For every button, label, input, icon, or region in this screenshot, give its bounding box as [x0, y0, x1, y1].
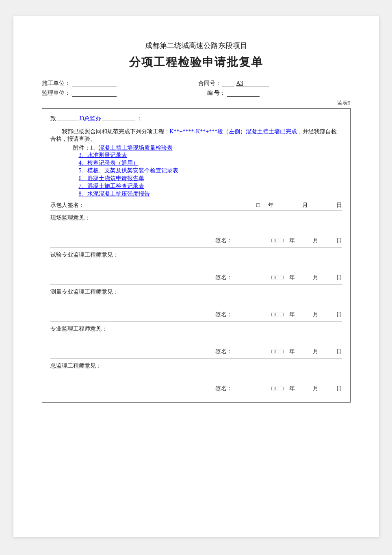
dots-2: □□□ [271, 311, 284, 318]
to-line: 致 J3总监办 ： [50, 115, 342, 122]
sign-row-0: 签名：□□□年月日 [50, 237, 342, 248]
attach-item-7: 8、水泥混凝土抗压强度报告 [79, 190, 342, 198]
编号-label: 编 号： [207, 89, 226, 97]
attach-item-6: 7、混凝土施工检查记录表 [79, 183, 342, 190]
ri-1: 日 [336, 274, 342, 281]
监理单位-value[interactable] [72, 96, 117, 97]
sections-container: 现场监理意见：签名：□□□年月日试验专业监理工程师意见：签名：□□□年月日测量专… [50, 211, 342, 396]
to-value: J3总监办 [79, 115, 101, 122]
施工单位-value[interactable] [72, 87, 117, 87]
施工单位-label: 施工单位： [42, 80, 70, 87]
main-content-box: 致 J3总监办 ： 我部已按照合同和规范完成下列分项工程：K**+****-K*… [42, 108, 351, 403]
sign-row-1: 签名：□□□年月日 [50, 274, 342, 285]
project-title: 成都第二绕城高速公路东段项目 [42, 41, 351, 50]
年1: 年 [268, 202, 274, 209]
section-4: 总监理工程师意见：签名：□□□年月日 [50, 359, 342, 396]
dots-0: □□□ [271, 237, 284, 244]
sign-label-4: 签名： [215, 385, 232, 392]
checkbox1: □ [256, 202, 260, 209]
监理单位-row: 监理单位： 编 号： [42, 89, 351, 97]
承包人签名-row: 承包人签名： □ 年 月 日 [50, 202, 342, 209]
合同号-value[interactable]: A3 [236, 80, 269, 87]
nian-2: 年 [289, 311, 295, 318]
yue-4: 月 [313, 385, 318, 392]
to-prefix: 致 [50, 115, 56, 122]
sign-label-3: 签名： [215, 348, 232, 355]
yue-0: 月 [313, 237, 318, 244]
sign-row-4: 签名：□□□年月日 [50, 385, 342, 396]
sign-label-1: 签名： [215, 274, 232, 281]
section-title-3: 专业监理工程师意见： [50, 325, 342, 333]
施工单位-row: 施工单位： 合同号： A3 [42, 80, 351, 87]
日1: 日 [336, 202, 342, 209]
合同号-label: 合同号： [198, 80, 221, 87]
yue-3: 月 [313, 348, 318, 355]
ri-0: 日 [336, 237, 342, 244]
biao-num: 监表9 [42, 99, 351, 107]
nian-4: 年 [289, 385, 295, 392]
nian-1: 年 [289, 274, 295, 281]
nian-3: 年 [289, 348, 295, 355]
section-1: 试验专业监理工程师意见：签名：□□□年月日 [50, 248, 342, 285]
section-0: 现场监理意见：签名：□□□年月日 [50, 211, 342, 248]
dots-4: □□□ [271, 385, 284, 392]
yue-1: 月 [313, 274, 318, 281]
section-3: 专业监理工程师意见：签名：□□□年月日 [50, 322, 342, 359]
intro1-prefix: 我部已按照合同和规范完成下列分项工程： [62, 128, 170, 135]
document-page: 成都第二绕城高速公路东段项目 分项工程检验申请批复单 施工单位： 合同号： A3… [13, 16, 379, 537]
section-title-2: 测量专业监理工程师意见： [50, 288, 342, 296]
承包人签名-label: 承包人签名： [50, 202, 84, 209]
sign-row-2: 签名：□□□年月日 [50, 311, 342, 322]
月1: 月 [302, 202, 308, 209]
yue-2: 月 [313, 311, 318, 318]
dots-1: □□□ [271, 274, 284, 281]
form-title: 分项工程检验申请批复单 [42, 54, 351, 70]
编号-value[interactable] [227, 96, 260, 97]
ri-3: 日 [336, 348, 342, 355]
attach-label-1: 附件：1、混凝土挡土墙现场质量检验表 [73, 145, 173, 151]
intro1-highlight: K**+****-K**+***段（左侧）混凝土挡土墙已完成 [170, 128, 297, 135]
attach-item-4: 5、模板、支架及拱架安装个检查记录表 [79, 167, 342, 174]
attach-item-3: 4、检查记录表（通用） [79, 159, 342, 167]
ri-2: 日 [336, 311, 342, 318]
attach-item-2: 3、水准测量记录表 [79, 152, 342, 159]
section-title-0: 现场监理意见： [50, 214, 342, 222]
sign-label-0: 签名： [215, 237, 232, 244]
to-suffix: ： [136, 115, 142, 122]
sign-row-3: 签名：□□□年月日 [50, 348, 342, 359]
attachments: 附件：1、混凝土挡土墙现场质量检验表 // render attach item… [73, 144, 342, 198]
ri-4: 日 [336, 385, 342, 392]
intro-text: 我部已按照合同和规范完成下列分项工程：K**+****-K**+***段（左侧）… [50, 128, 342, 143]
nian-0: 年 [289, 237, 295, 244]
sign-label-2: 签名： [215, 311, 232, 318]
dots-3: □□□ [271, 348, 284, 355]
section-title-1: 试验专业监理工程师意见： [50, 251, 342, 259]
section-title-4: 总监理工程师意见： [50, 362, 342, 370]
section-2: 测量专业监理工程师意见：签名：□□□年月日 [50, 285, 342, 322]
attach-item-5: 6、混凝土浇筑申请报告单 [79, 175, 342, 182]
监理单位-label: 监理单位： [42, 89, 70, 97]
